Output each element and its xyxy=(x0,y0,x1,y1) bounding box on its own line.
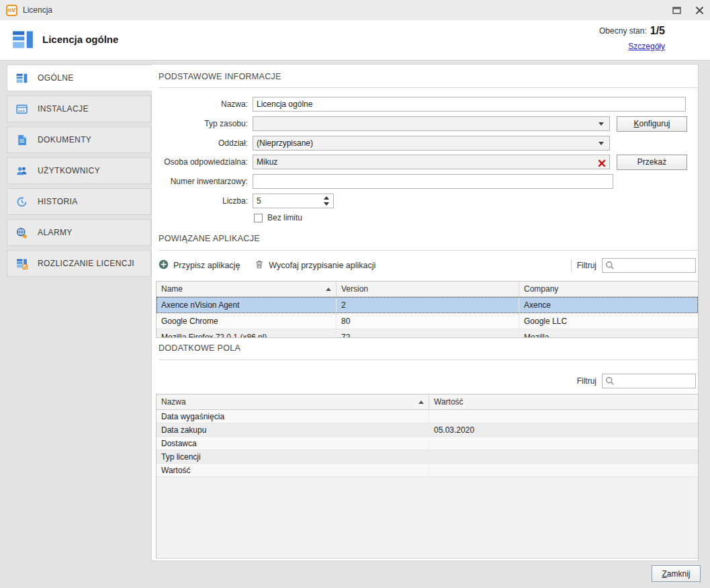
transfer-button[interactable]: Przekaż xyxy=(617,155,687,170)
section-title-linked-apps: POWIĄZANE APLIKACJE xyxy=(159,234,260,243)
section-title-extra-fields: DODATKOWE POLA xyxy=(159,343,240,353)
sidebar-item-label: ALARMY xyxy=(38,228,73,237)
window-titlebar: nV Licencja xyxy=(0,0,710,20)
stepper-down-icon[interactable] xyxy=(324,202,329,206)
sort-asc-icon xyxy=(326,288,331,291)
no-limit-checkbox-row: Bez limitu xyxy=(254,213,302,222)
search-icon xyxy=(605,376,615,388)
configure-button[interactable]: Konfiguruj xyxy=(617,116,687,132)
column-header-company[interactable]: Company xyxy=(519,282,698,296)
sidebar-item-dokumenty[interactable]: DOKUMENTY xyxy=(7,126,151,153)
users-icon xyxy=(16,165,28,177)
page-title: Licencja ogólne xyxy=(42,34,118,45)
extra-fields-table: Nazwa Wartość Data wygaśnięcia Data zaku… xyxy=(156,394,699,558)
table-row[interactable]: Google Chrome 80 Google LLC xyxy=(157,313,698,329)
assign-application-button[interactable]: Przypisz aplikację xyxy=(159,259,240,271)
document-icon xyxy=(16,134,28,146)
dialog-header: Licencja ogólne Obecny stan: 1/5 Szczegó… xyxy=(0,20,710,60)
resource-type-dropdown[interactable] xyxy=(253,116,610,131)
close-dialog-button[interactable]: Zamknij xyxy=(652,565,701,582)
toolbar-separator xyxy=(571,259,572,271)
section-divider xyxy=(159,87,698,88)
sidebar-item-instalacje[interactable]: INSTALACJE xyxy=(7,95,151,122)
section-divider xyxy=(159,250,698,251)
sidebar-item-uzytkownicy[interactable]: UŻYTKOWNICY xyxy=(7,157,151,184)
stepper-up-icon[interactable] xyxy=(324,196,329,200)
sort-asc-icon xyxy=(418,401,424,404)
status-label: Obecny stan: xyxy=(599,26,647,36)
count-stepper[interactable]: 5 xyxy=(253,194,334,208)
content-panel: PODSTAWOWE INFORMACJE Nazwa: Typ zasobu:… xyxy=(151,64,699,561)
inventory-number-input[interactable] xyxy=(253,174,613,189)
trash-icon xyxy=(255,259,264,271)
sidebar-item-ogolne[interactable]: OGÓLNE xyxy=(7,65,152,91)
table-empty-area xyxy=(157,477,698,557)
close-icon[interactable] xyxy=(694,5,705,15)
branch-dropdown[interactable]: (Nieprzypisane) xyxy=(253,136,610,151)
unassign-application-button[interactable]: Wycofaj przypisanie aplikacji xyxy=(255,259,375,271)
table-row[interactable]: Dostawca xyxy=(157,437,698,450)
extra-filter-label: Filtruj xyxy=(577,376,596,386)
apps-filter-input[interactable] xyxy=(602,258,696,273)
name-label: Nazwa: xyxy=(152,97,248,112)
responsible-label: Osoba odpowiedzialna: xyxy=(152,155,248,169)
name-input[interactable] xyxy=(253,97,686,112)
nvision-app-icon: nV xyxy=(6,5,17,16)
extra-filter-input[interactable] xyxy=(602,374,696,388)
table-row[interactable]: Wartość xyxy=(157,464,698,477)
table-row[interactable]: Data wygaśnięcia xyxy=(157,410,698,423)
window-title: Licencja xyxy=(23,5,52,15)
linked-apps-table: Name Version Company Axence nVision Agen… xyxy=(156,281,699,338)
alarms-icon xyxy=(16,227,28,239)
no-limit-label: Bez limitu xyxy=(267,213,302,222)
add-circle-icon xyxy=(159,259,169,271)
inventory-number-label: Numer inwentarzowy: xyxy=(152,174,248,189)
search-icon xyxy=(605,261,615,272)
section-title-basic-info: PODSTAWOWE INFORMACJE xyxy=(159,72,281,81)
license-icon xyxy=(12,29,34,52)
sidebar-item-historia[interactable]: HISTORIA xyxy=(7,188,151,215)
column-header-version[interactable]: Version xyxy=(337,282,519,296)
maximize-icon[interactable] xyxy=(671,5,682,15)
sidebar-item-label: INSTALACJE xyxy=(38,104,89,114)
sidebar-item-label: DOKUMENTY xyxy=(38,135,91,144)
sidebar-item-label: OGÓLNE xyxy=(38,73,74,83)
section-divider xyxy=(159,360,698,360)
license-accounting-icon xyxy=(16,258,28,269)
sidebar-item-label: UŻYTKOWNICY xyxy=(38,166,100,175)
status-value: 1/5 xyxy=(650,25,665,37)
table-row[interactable]: Typ licencji xyxy=(157,450,698,464)
column-header-wartosc[interactable]: Wartość xyxy=(429,394,698,409)
installations-icon xyxy=(16,103,28,115)
table-row[interactable]: Axence nVision Agent 2 Axence xyxy=(157,297,698,313)
branch-label: Oddział: xyxy=(152,136,248,151)
sidebar-item-alarmy[interactable]: ALARMY xyxy=(7,219,151,246)
responsible-field[interactable]: Mikuz xyxy=(253,155,610,169)
no-limit-checkbox[interactable] xyxy=(254,214,263,222)
column-header-nazwa[interactable]: Nazwa xyxy=(157,394,429,409)
apps-filter-label: Filtruj xyxy=(577,261,596,270)
sidebar-item-label: HISTORIA xyxy=(38,197,78,206)
apps-table-header: Name Version Company xyxy=(157,282,698,297)
table-row[interactable]: Data zakupu 05.03.2020 xyxy=(157,423,698,437)
column-header-name[interactable]: Name xyxy=(157,282,337,296)
table-row[interactable]: Mozilla Firefox 72.0.1 (x86 pl) 72 Mozil… xyxy=(157,329,698,338)
count-label: Liczba: xyxy=(152,194,248,208)
sidebar-item-label: ROZLICZANIE LICENCJI xyxy=(38,259,134,268)
resource-type-label: Typ zasobu: xyxy=(152,116,248,131)
details-link[interactable]: Szczegóły xyxy=(628,42,665,51)
extra-table-header: Nazwa Wartość xyxy=(157,394,698,410)
sidebar-item-rozliczanie-licencji[interactable]: ROZLICZANIE LICENCJI xyxy=(7,250,151,277)
history-icon xyxy=(16,196,28,208)
clear-responsible-icon[interactable] xyxy=(598,158,606,166)
license-icon xyxy=(16,73,28,84)
